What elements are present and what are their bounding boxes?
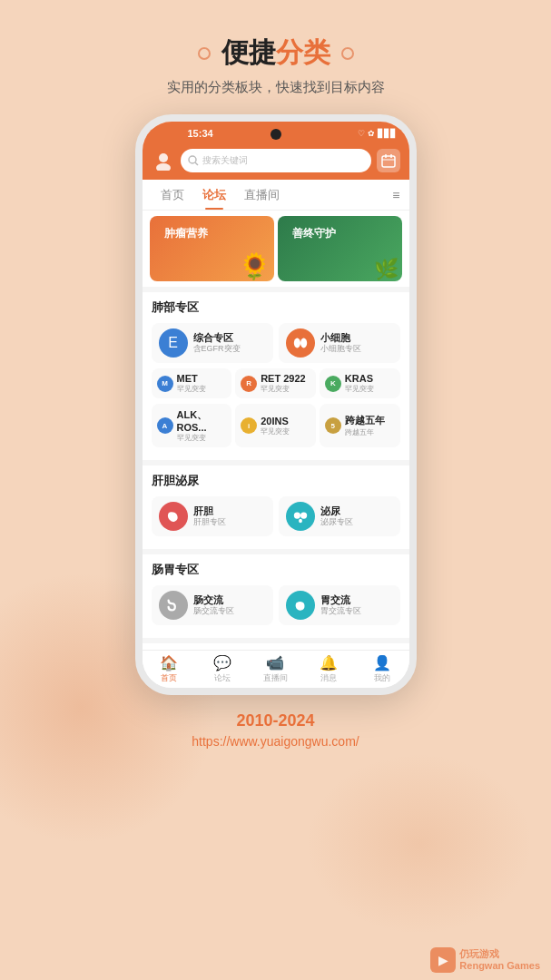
tag-met[interactable]: M MET 罕见突变 [152, 368, 232, 398]
cat-text-liver: 肝胆 肝胆专区 [193, 505, 226, 527]
cat-text-intestine: 肠交流 肠交流专区 [193, 594, 234, 616]
bottom-tab-live[interactable]: 📹 直播间 [249, 651, 302, 688]
section-lung: 肺部专区 E 综合专区 含EGFR突变 [143, 292, 409, 460]
phone-wrap: 15:34 ♡ ✿ ▊▊▊ 搜索关键词 [0, 114, 551, 695]
bottom-label-live: 直播间 [263, 672, 288, 684]
tag-sub-20ins: 罕见突变 [261, 426, 290, 436]
cat-text-stomach: 胃交流 胃交流专区 [320, 594, 361, 616]
cat-liver-bile[interactable]: 肝胆 肝胆专区 [152, 496, 273, 536]
cat-icon-stomach [286, 591, 315, 620]
search-bar-area: 搜索关键词 [143, 145, 409, 180]
svg-rect-4 [382, 156, 395, 167]
year-text: 2010-2024 [0, 711, 551, 730]
tag-sub-alk: 罕见突变 [177, 433, 227, 443]
wifi-icon: ✿ [368, 129, 375, 138]
user-avatar-button[interactable] [152, 149, 175, 172]
cat-text-small-cell: 小细胞 小细胞专区 [320, 332, 361, 354]
tab-home[interactable]: 首页 [152, 180, 193, 210]
cat-text-comprehensive: 综合专区 含EGFR突变 [193, 332, 241, 354]
cat-sub-urology: 泌尿专区 [320, 517, 353, 527]
cat-row-lung-main: E 综合专区 含EGFR突变 [152, 323, 400, 363]
cat-name-small-cell: 小细胞 [320, 332, 361, 344]
cat-stomach[interactable]: 胃交流 胃交流专区 [279, 585, 400, 625]
search-icon [188, 155, 199, 166]
tab-forum[interactable]: 论坛 [193, 180, 235, 210]
tab-live[interactable]: 直播间 [235, 180, 289, 210]
bottom-tab-forum[interactable]: 💬 论坛 [195, 651, 249, 688]
tag-text-kras: KRAS 罕见突变 [345, 373, 374, 394]
tag-name-5years: 跨越五年 [345, 414, 385, 427]
tag-name-alk: ALK、ROS... [177, 408, 227, 433]
menu-button[interactable]: ≡ [392, 188, 399, 202]
banner-nutrition[interactable]: 肿瘤营养 🌻 [150, 216, 274, 281]
tag-text-alk: ALK、ROS... 罕见突变 [177, 408, 227, 443]
svg-point-10 [293, 513, 300, 519]
bottom-label-home: 首页 [161, 672, 177, 684]
bottom-label-mine: 我的 [374, 672, 390, 684]
tag-sub-5years: 跨越五年 [345, 427, 385, 437]
tag-ret[interactable]: R RET 2922 罕见突变 [235, 368, 316, 398]
tag-badge-ret: R [241, 376, 257, 392]
svg-point-1 [156, 163, 171, 171]
leaf-decoration: 🌿 [374, 258, 398, 281]
cat-comprehensive[interactable]: E 综合专区 含EGFR突变 [152, 323, 273, 363]
calendar-icon [381, 153, 396, 168]
camera-notch [271, 129, 281, 140]
calendar-button[interactable] [377, 149, 400, 172]
status-icons: ♡ ✿ ▊▊▊ [358, 129, 397, 138]
cat-row-gi: 肠交流 肠交流专区 胃交流 胃交流专区 [152, 585, 400, 625]
cat-name-comprehensive: 综合专区 [193, 332, 241, 344]
message-icon: 🔔 [320, 654, 338, 671]
cat-name-intestine: 肠交流 [193, 594, 234, 606]
bg-decoration-2 [306, 753, 533, 935]
tag-sub-ret: 罕见突变 [261, 384, 306, 394]
cat-small-cell[interactable]: 小细胞 小细胞专区 [279, 323, 400, 363]
home-icon: 🏠 [160, 654, 178, 671]
tag-20ins[interactable]: i 20INS 罕见突变 [235, 404, 316, 447]
bottom-tab-home[interactable]: 🏠 首页 [143, 651, 196, 688]
tag-kras[interactable]: K KRAS 罕见突变 [320, 368, 400, 398]
title-black: 便捷 [221, 37, 276, 67]
mine-icon: 👤 [373, 654, 391, 671]
svg-point-0 [159, 153, 168, 162]
live-icon: 📹 [266, 654, 284, 671]
tag-name-20ins: 20INS [261, 416, 290, 426]
tag-text-5years: 跨越五年 跨越五年 [345, 414, 385, 437]
cat-name-stomach: 胃交流 [320, 594, 361, 606]
cat-intestine[interactable]: 肠交流 肠交流专区 [152, 585, 273, 625]
cat-sub-liver: 肝胆专区 [193, 517, 226, 527]
sunflower-decoration: 🌻 [239, 251, 271, 281]
banner-care[interactable]: 善终守护 🌿 [278, 216, 402, 281]
status-time: 15:34 [188, 128, 213, 139]
title-orange: 分类 [276, 37, 330, 67]
user-icon [153, 151, 173, 171]
cat-icon-comprehensive: E [159, 328, 188, 358]
page-bottom: 2010-2024 https://www.yuaigongwu.com/ [0, 695, 551, 758]
watermark-text: 仍玩游戏 Rengwan Games [459, 948, 540, 972]
search-input[interactable]: 搜索关键词 [181, 149, 371, 172]
bottom-tab-message[interactable]: 🔔 消息 [302, 651, 356, 688]
tag-row-alk-20ins-5yr: A ALK、ROS... 罕见突变 i 20INS 罕见突变 [152, 404, 400, 447]
svg-point-8 [293, 338, 300, 348]
tag-badge-kras: K [325, 376, 341, 392]
tag-5years[interactable]: 5 跨越五年 跨越五年 [320, 404, 400, 447]
svg-point-2 [189, 156, 196, 163]
tag-text-ret: RET 2922 罕见突变 [261, 373, 306, 394]
bottom-tab-mine[interactable]: 👤 我的 [356, 651, 409, 688]
bottom-label-message: 消息 [320, 672, 337, 684]
tag-name-ret: RET 2922 [261, 373, 306, 384]
cat-icon-liver [159, 502, 188, 531]
section-liver: 肝胆泌尿 肝胆 肝胆专区 [143, 466, 409, 549]
cat-urology[interactable]: 泌尿 泌尿专区 [279, 496, 400, 536]
cat-sub-comprehensive: 含EGFR突变 [193, 344, 241, 354]
subtitle: 实用的分类板块，快速找到目标内容 [0, 79, 551, 96]
cat-icon-intestine [159, 591, 188, 620]
svg-line-3 [195, 162, 198, 165]
section-liver-title: 肝胆泌尿 [152, 473, 400, 489]
banner-care-label: 善终守护 [285, 223, 343, 245]
url-text: https://www.yuaigongwu.com/ [0, 734, 551, 749]
tag-text-20ins: 20INS 罕见突变 [261, 416, 290, 436]
title-row: 便捷分类 [0, 34, 551, 72]
tag-text-met: MET 罕见突变 [177, 373, 206, 394]
tag-alk[interactable]: A ALK、ROS... 罕见突变 [152, 404, 232, 447]
